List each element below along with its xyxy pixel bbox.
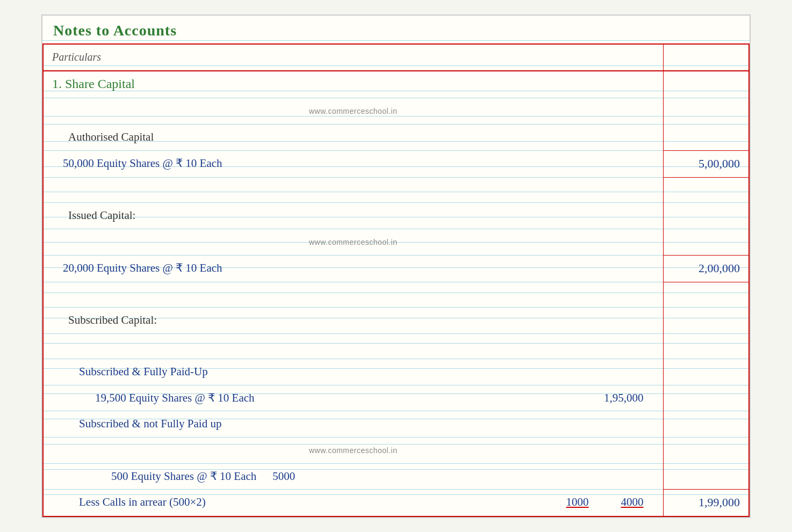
subscribed-not-fully-paid-label: Subscribed & not Fully Paid up (52, 417, 221, 430)
watermark-row-2: www.commerceschool.in (43, 229, 749, 255)
authorised-capital-row: Authorised Capital (43, 124, 749, 150)
page-title: Notes to Accounts (42, 16, 750, 43)
subscribed-not-fully-paid-inline-amount: 5000 (272, 464, 295, 489)
authorised-shares-label: 50,000 Equity Shares @ ₹ 10 Each (52, 157, 222, 170)
issued-shares-amount: 2,00,000 (699, 261, 740, 275)
subscribed-fully-paid-inline-amount: 1,95,000 (604, 385, 644, 411)
blank-row-3 (43, 333, 749, 359)
subscribed-fully-paid-shares-row: 19,500 Equity Shares @ ₹ 10 Each 1,95,00… (43, 385, 749, 411)
watermark-row-1: www.commerceschool.in (43, 98, 749, 124)
issued-capital-label: Issued Capital: (52, 209, 135, 222)
less-calls-amount2: 4000 (621, 490, 644, 515)
issued-shares-row: 20,000 Equity Shares @ ₹ 10 Each 2,00,00… (43, 255, 749, 282)
authorised-capital-label: Authorised Capital (52, 130, 154, 143)
watermark-3: www.commerceschool.in (309, 446, 398, 455)
watermark-row-3: www.commerceschool.in (43, 437, 749, 463)
subscribed-not-fully-paid-shares-label: 500 Equity Shares @ ₹ 10 Each (52, 464, 256, 489)
subscribed-capital-label: Subscribed Capital: (52, 314, 157, 326)
issued-shares-label: 20,000 Equity Shares @ ₹ 10 Each (52, 261, 222, 274)
page-container: Notes to Accounts Particulars 1. Share C… (41, 14, 751, 518)
subscribed-not-fully-paid-label-row: Subscribed & not Fully Paid up (43, 411, 749, 437)
blank-row-2 (43, 282, 749, 307)
watermark-2: www.commerceschool.in (309, 238, 398, 246)
subscribed-fully-paid-shares-label: 19,500 Equity Shares @ ₹ 10 Each (52, 385, 255, 411)
blank-row-1 (43, 177, 749, 202)
share-capital-row: 1. Share Capital (43, 71, 749, 98)
less-calls-amount1: 1000 (566, 490, 589, 515)
main-table: Particulars 1. Share Capital www.commerc… (42, 43, 750, 517)
particulars-header: Particulars (52, 51, 101, 63)
authorised-shares-row: 50,000 Equity Shares @ ₹ 10 Each 5,00,00… (43, 150, 749, 177)
authorised-shares-amount: 5,00,000 (699, 157, 740, 170)
less-calls-in-arrear-label: Less Calls in arrear (500×2) (52, 490, 206, 515)
less-calls-final-amount: 1,99,000 (699, 495, 740, 509)
subscribed-not-fully-paid-shares-row: 500 Equity Shares @ ₹ 10 Each 5000 (43, 463, 749, 489)
subscribed-fully-paid-label-row: Subscribed & Fully Paid-Up (43, 359, 749, 385)
less-calls-in-arrear-row: Less Calls in arrear (500×2) 1000 4000 1… (43, 489, 749, 516)
watermark-1: www.commerceschool.in (309, 107, 398, 115)
subscribed-fully-paid-label: Subscribed & Fully Paid-Up (52, 365, 208, 378)
share-capital-label: 1. Share Capital (52, 77, 135, 91)
header-row: Particulars (43, 44, 749, 71)
subscribed-capital-row: Subscribed Capital: (43, 307, 749, 333)
issued-capital-row: Issued Capital: (43, 202, 749, 229)
